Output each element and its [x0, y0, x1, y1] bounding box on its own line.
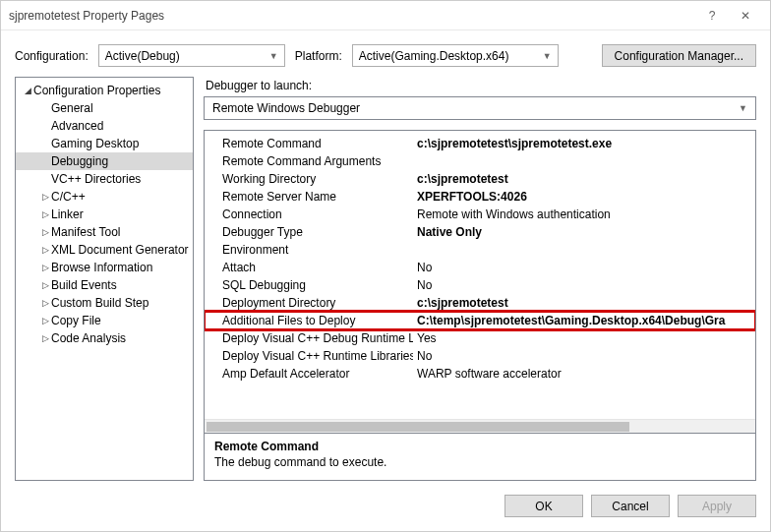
tree-item-label: C/C++	[51, 190, 86, 204]
property-row[interactable]: Deploy Visual C++ Debug Runtime Librarie…	[205, 329, 755, 347]
tree-item-label: Debugging	[51, 154, 108, 168]
property-row[interactable]: Deployment Directoryc:\sjpremotetest	[205, 294, 755, 312]
chevron-down-icon: ▼	[739, 103, 747, 113]
expand-icon[interactable]: ▷	[39, 280, 51, 290]
property-row[interactable]: Amp Default AcceleratorWARP software acc…	[205, 365, 755, 383]
ok-button[interactable]: OK	[504, 495, 583, 517]
tree-item-label: VC++ Directories	[51, 172, 141, 186]
chevron-down-icon: ▼	[543, 51, 552, 61]
tree-item[interactable]: ▷Manifest Tool	[16, 223, 193, 241]
property-value[interactable]: No	[413, 349, 755, 363]
tree-item[interactable]: ▷Custom Build Step	[16, 294, 193, 312]
dialog-footer: OK Cancel Apply	[1, 481, 770, 531]
property-value[interactable]: c:\sjpremotetest\sjpremotetest.exe	[413, 137, 755, 150]
property-name: Remote Command Arguments	[205, 154, 413, 168]
help-button[interactable]: ?	[695, 5, 729, 27]
platform-label: Platform:	[295, 49, 342, 63]
property-row[interactable]: AttachNo	[205, 259, 755, 276]
tree-item[interactable]: ▷Build Events	[16, 276, 193, 294]
description-title: Remote Command	[214, 440, 745, 453]
expand-icon[interactable]: ▷	[39, 298, 51, 308]
tree-item[interactable]: Advanced	[16, 117, 193, 135]
main-area: ◢ Configuration Properties GeneralAdvanc…	[1, 77, 770, 481]
expand-icon[interactable]: ▷	[39, 227, 51, 237]
property-name: Remote Server Name	[205, 190, 413, 204]
grid-scrollbar-thumb[interactable]	[207, 422, 629, 432]
tree-item-label: Browse Information	[51, 261, 152, 274]
tree-item[interactable]: VC++ Directories	[16, 170, 193, 188]
tree-item-label: Code Analysis	[51, 331, 126, 345]
property-value[interactable]: Remote with Windows authentication	[413, 207, 755, 221]
tree-item-label: Build Events	[51, 278, 117, 292]
tree-item[interactable]: ▷Code Analysis	[16, 329, 193, 347]
property-name: Remote Command	[205, 137, 413, 150]
property-pages-window: sjpremotetest Property Pages ? ✕ Configu…	[0, 0, 771, 532]
tree-item[interactable]: ▷Linker	[16, 206, 193, 223]
tree-item[interactable]: Debugging	[16, 152, 193, 170]
property-value[interactable]: No	[413, 278, 755, 292]
property-row[interactable]: Working Directoryc:\sjpremotetest	[205, 170, 755, 188]
tree-item[interactable]: General	[16, 99, 193, 117]
expand-icon[interactable]: ▷	[39, 263, 51, 272]
window-title: sjpremotetest Property Pages	[9, 9, 695, 23]
expand-icon[interactable]: ▷	[39, 192, 51, 202]
description-text: The debug command to execute.	[214, 455, 745, 469]
platform-combo[interactable]: Active(Gaming.Desktop.x64) ▼	[352, 44, 559, 67]
property-value[interactable]: c:\sjpremotetest	[413, 172, 755, 186]
tree-item[interactable]: ▷Copy File	[16, 312, 193, 329]
property-name: Deploy Visual C++ Debug Runtime Librarie…	[205, 331, 413, 345]
tree-item[interactable]: ▷C/C++	[16, 188, 193, 206]
tree-item[interactable]: Gaming Desktop	[16, 135, 193, 152]
property-row[interactable]: Remote Command Arguments	[205, 152, 755, 170]
description-panel: Remote Command The debug command to exec…	[204, 434, 756, 481]
tree-item-label: Manifest Tool	[51, 225, 120, 239]
property-row[interactable]: Deploy Visual C++ Runtime LibrariesNo	[205, 347, 755, 365]
debugger-launch-value: Remote Windows Debugger	[212, 101, 360, 115]
config-tree[interactable]: ◢ Configuration Properties GeneralAdvanc…	[15, 77, 194, 481]
property-name: Deployment Directory	[205, 296, 413, 310]
property-value[interactable]: XPERFTOOLS:4026	[413, 190, 755, 204]
debugger-launch-label: Debugger to launch:	[206, 79, 756, 92]
expand-icon[interactable]: ▷	[39, 209, 51, 219]
titlebar: sjpremotetest Property Pages ? ✕	[1, 1, 770, 30]
right-panel: Debugger to launch: Remote Windows Debug…	[204, 77, 756, 481]
collapse-icon[interactable]: ◢	[22, 86, 33, 95]
property-value[interactable]: WARP software accelerator	[413, 367, 755, 381]
configuration-label: Configuration:	[15, 49, 89, 63]
grid-scrollbar[interactable]	[205, 419, 755, 433]
property-row[interactable]: Remote Commandc:\sjpremotetest\sjpremote…	[205, 135, 755, 152]
tree-item-label: Advanced	[51, 119, 103, 133]
property-row[interactable]: ConnectionRemote with Windows authentica…	[205, 206, 755, 223]
tree-item[interactable]: ▷Browse Information	[16, 259, 193, 276]
property-value[interactable]: No	[413, 261, 755, 274]
expand-icon[interactable]: ▷	[39, 316, 51, 325]
property-name: Connection	[205, 207, 413, 221]
tree-item[interactable]: ▷XML Document Generator	[16, 241, 193, 259]
property-value[interactable]: C:\temp\sjpremotetest\Gaming.Desktop.x64…	[413, 314, 755, 327]
tree-root[interactable]: ◢ Configuration Properties	[16, 82, 193, 99]
property-row[interactable]: Additional Files to DeployC:\temp\sjprem…	[205, 312, 755, 329]
configuration-value: Active(Debug)	[105, 49, 180, 63]
expand-icon[interactable]: ▷	[39, 245, 51, 255]
property-name: Attach	[205, 261, 413, 274]
config-row: Configuration: Active(Debug) ▼ Platform:…	[1, 30, 770, 77]
property-name: Environment	[205, 243, 413, 257]
property-name: Working Directory	[205, 172, 413, 186]
property-grid-body[interactable]: Remote Commandc:\sjpremotetest\sjpremote…	[205, 131, 755, 419]
debugger-launch-combo[interactable]: Remote Windows Debugger ▼	[204, 96, 756, 120]
property-row[interactable]: Remote Server NameXPERFTOOLS:4026	[205, 188, 755, 206]
configuration-manager-button[interactable]: Configuration Manager...	[602, 44, 756, 67]
property-row[interactable]: Debugger TypeNative Only	[205, 223, 755, 241]
tree-item-label: Custom Build Step	[51, 296, 148, 310]
property-value[interactable]: Yes	[413, 331, 755, 345]
configuration-combo[interactable]: Active(Debug) ▼	[98, 44, 285, 67]
expand-icon[interactable]: ▷	[39, 333, 51, 343]
property-row[interactable]: SQL DebuggingNo	[205, 276, 755, 294]
platform-value: Active(Gaming.Desktop.x64)	[359, 49, 509, 63]
close-button[interactable]: ✕	[729, 5, 762, 27]
property-value[interactable]: Native Only	[413, 225, 755, 239]
property-value[interactable]: c:\sjpremotetest	[413, 296, 755, 310]
tree-item-label: Linker	[51, 207, 84, 221]
cancel-button[interactable]: Cancel	[591, 495, 670, 517]
property-row[interactable]: Environment	[205, 241, 755, 259]
